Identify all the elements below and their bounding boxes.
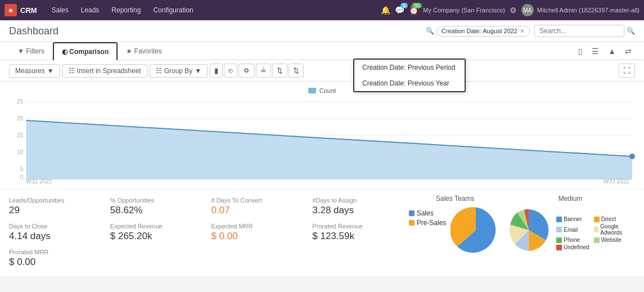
comparison-label: Comparison xyxy=(69,48,109,56)
filter-tag[interactable]: Creation Date: August 2022 ✕ xyxy=(436,26,530,37)
sales-legend-sales: Sales xyxy=(409,209,447,217)
medium-legend-banner: Banner xyxy=(556,216,589,222)
chart-area: Count 25 20 15 10 5 0 W32 2022 W33 2022 xyxy=(0,82,644,188)
sales-label: Sales xyxy=(417,209,434,217)
banner-color xyxy=(556,217,562,222)
presales-color xyxy=(409,220,415,226)
pie-chart-icon[interactable]: ⭘ xyxy=(238,64,255,78)
tab-comparison[interactable]: ◐ Comparison xyxy=(53,42,118,60)
stat-days-close-label: Days to Close xyxy=(9,223,101,230)
toolbar-row: Measures ▼ ☷ Insert in Spreadsheet ☷ Gro… xyxy=(0,60,644,82)
comparison-previous-year[interactable]: Creation Date: Previous Year xyxy=(354,75,465,91)
filters-label: Filters xyxy=(26,47,44,55)
view-list-icon[interactable]: ☰ xyxy=(588,44,602,58)
stat-exp-rev-value: $ 265.20k xyxy=(110,231,202,242)
svg-text:10: 10 xyxy=(17,149,24,155)
nav-leads[interactable]: Leads xyxy=(75,4,105,16)
phone-label: Phone xyxy=(564,237,580,243)
bar-chart-icon[interactable]: ▮ xyxy=(210,64,223,78)
legend-count-label: Count xyxy=(319,87,336,94)
website-color xyxy=(594,237,600,243)
dashboard-title: Dashboard xyxy=(9,25,58,37)
medium-legend: Banner Direct Email Google Adwords Phone xyxy=(556,216,635,250)
email-color xyxy=(556,227,562,232)
medium-section: Medium Ba xyxy=(506,195,635,270)
filter-tag-close[interactable]: ✕ xyxy=(520,28,525,35)
stats-grid: Leads/Opportunities 29 % Opportunities 5… xyxy=(9,195,404,270)
group-by-icon: ☷ xyxy=(156,67,162,75)
stat-leads-label: Leads/Opportunities xyxy=(9,197,101,204)
nav-sales[interactable]: Sales xyxy=(46,4,74,16)
adwords-color xyxy=(594,227,598,232)
group-by-chevron-icon: ▼ xyxy=(195,67,201,75)
svg-text:W32 2022: W32 2022 xyxy=(26,178,52,183)
legend-count-color xyxy=(308,88,316,93)
medium-legend-email: Email xyxy=(556,223,589,236)
brand-label: CRM xyxy=(20,6,37,15)
nav-reporting[interactable]: Reporting xyxy=(106,4,146,16)
undefined-color xyxy=(556,245,562,250)
search-input[interactable] xyxy=(534,25,624,37)
comparison-previous-period[interactable]: Creation Date: Previous Period xyxy=(354,60,465,75)
user-avatar: MA xyxy=(521,4,534,16)
chart-type-icons: ▮ ⎋ ⭘ ≟ ⇅ ⇅ xyxy=(210,64,304,78)
medium-legend-website: Website xyxy=(594,237,635,243)
chat-badge: 5 xyxy=(400,3,408,8)
sort-asc-icon[interactable]: ⇅ xyxy=(272,64,287,78)
sort-desc-icon[interactable]: ⇅ xyxy=(289,64,304,78)
measures-label: Measures xyxy=(15,67,45,75)
activity-icon[interactable]: ⏰ 35 xyxy=(409,6,418,15)
medium-legend-phone: Phone xyxy=(556,237,589,243)
stat-pro-mrr-label: Prorated MRR xyxy=(9,249,101,255)
measures-button[interactable]: Measures ▼ xyxy=(9,64,60,78)
svg-text:15: 15 xyxy=(17,132,24,138)
line-chart-icon[interactable]: ⎋ xyxy=(224,64,237,78)
activity-badge: 35 xyxy=(412,3,422,8)
view-pivot-icon[interactable]: ⇄ xyxy=(622,44,635,58)
undefined-label: Undefined xyxy=(564,244,589,250)
svg-text:0: 0 xyxy=(20,174,24,181)
medium-pie-section: Banner Direct Email Google Adwords Phone xyxy=(506,205,635,255)
stat-pro-rev-label: Prorated Revenue xyxy=(312,223,404,230)
stat-exp-rev-label: Expected Revenue xyxy=(110,223,202,230)
favorites-label: Favorites xyxy=(134,47,162,55)
stat-days-assign: #Days to Assign 3.28 days xyxy=(312,195,404,218)
stat-opp-label: % Opportunities xyxy=(110,197,202,204)
view-icons: ▯ ☰ ▲ ⇄ xyxy=(575,44,635,58)
tab-favorites[interactable]: ★ Favorites xyxy=(118,42,170,60)
stat-days-close: Days to Close 4.14 days xyxy=(9,221,101,244)
pivot-icon[interactable]: ≟ xyxy=(256,64,271,78)
stat-days-convert: # Days To Convert 0.07 xyxy=(211,195,304,218)
user-info: MA Mitchell Admin (18226397-master-all) xyxy=(521,4,640,16)
settings-icon[interactable]: ⚙ xyxy=(510,6,517,15)
svg-text:W33 2022: W33 2022 xyxy=(604,178,629,183)
view-chart-icon[interactable]: ▲ xyxy=(605,44,619,58)
sales-teams-title: Sales Teams xyxy=(436,195,474,203)
company-info: My Company (San Francisco) xyxy=(423,7,505,14)
presales-label: Pre-Sales xyxy=(417,219,447,227)
stat-days-assign-label: #Days to Assign xyxy=(312,197,404,204)
nav-menus: Sales Leads Reporting Configuration xyxy=(46,4,381,16)
bell-icon[interactable]: 🔔 xyxy=(381,6,390,15)
view-kanban-icon[interactable]: ▯ xyxy=(575,44,586,58)
group-by-label: Group By xyxy=(164,67,193,75)
tab-filters[interactable]: ▼ Filters xyxy=(9,42,53,60)
nav-configuration[interactable]: Configuration xyxy=(147,4,199,16)
brand[interactable]: ■ CRM xyxy=(4,4,37,16)
user-label: Mitchell Admin (18226397-master-all) xyxy=(537,7,640,14)
stat-days-convert-label: # Days To Convert xyxy=(211,197,304,204)
search-submit-icon[interactable]: 🔍 xyxy=(627,27,635,35)
toolbar-left: Measures ▼ ☷ Insert in Spreadsheet ☷ Gro… xyxy=(9,64,304,78)
email-label: Email xyxy=(564,227,578,233)
group-by-button[interactable]: ☷ Group By ▼ xyxy=(150,64,208,78)
stat-exp-mrr-label: Expected MRR xyxy=(211,223,304,230)
insert-spreadsheet-button[interactable]: ☷ Insert in Spreadsheet xyxy=(62,64,147,78)
chart-legend: Count xyxy=(9,87,635,94)
expand-button[interactable]: ⛶ xyxy=(619,64,635,78)
svg-text:20: 20 xyxy=(17,115,24,122)
adwords-label: Google Adwords xyxy=(600,223,635,236)
chat-icon[interactable]: 💬 5 xyxy=(395,6,404,15)
comparison-icon: ◐ xyxy=(62,48,67,56)
stat-days-convert-value: 0.07 xyxy=(211,205,304,216)
stats-area: Leads/Opportunities 29 % Opportunities 5… xyxy=(0,188,644,276)
